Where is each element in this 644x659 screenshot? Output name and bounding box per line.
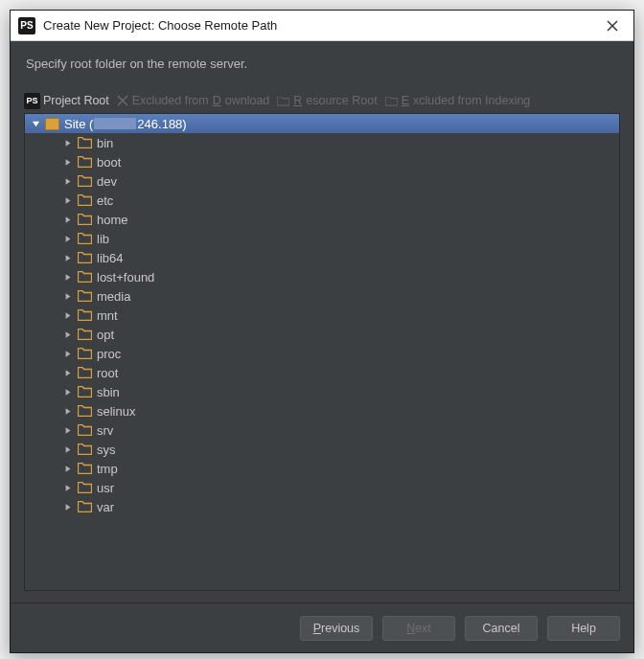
folder-icon (78, 481, 92, 494)
folder-icon (78, 232, 92, 245)
folder-icon (78, 270, 92, 284)
tree-row[interactable]: dev (25, 171, 619, 191)
tree-row[interactable]: sys (25, 440, 619, 459)
tree-row[interactable]: opt (25, 325, 619, 344)
tree-row[interactable]: selinux (25, 401, 619, 420)
close-button[interactable] (599, 11, 626, 40)
tree-row-label: lost+found (97, 270, 619, 284)
tree-row[interactable]: bin (25, 133, 619, 152)
expand-arrow-right-icon[interactable] (61, 347, 75, 360)
excluded-indexing-u: E (402, 94, 409, 107)
expand-arrow-right-icon[interactable] (61, 443, 75, 456)
expand-arrow-right-icon[interactable] (61, 251, 75, 264)
excluded-indexing-option[interactable]: Excluded from Indexing (385, 94, 531, 107)
excluded-download-post: ownload (225, 94, 270, 107)
tree-row-label: opt (97, 328, 619, 342)
expand-arrow-right-icon[interactable] (61, 308, 75, 322)
folder-icon (78, 174, 92, 188)
folder-icon (78, 155, 92, 169)
expand-arrow-right-icon[interactable] (61, 366, 75, 379)
project-root-icon: PS (24, 93, 40, 109)
expand-arrow-right-icon[interactable] (61, 462, 75, 475)
expand-arrow-right-icon[interactable] (61, 423, 75, 437)
tree-row[interactable]: var (25, 497, 619, 516)
project-root-label: Project Root (43, 94, 109, 107)
dialog-window: PS Create New Project: Choose Remote Pat… (10, 10, 634, 653)
tree-row[interactable]: root (25, 363, 619, 382)
tree-root-row[interactable]: Site (246.188) (25, 114, 619, 133)
excluded-download-pre: Excluded from (132, 94, 209, 107)
expand-arrow-right-icon[interactable] (61, 404, 75, 418)
tree-row-label: srv (97, 423, 619, 438)
tree-row[interactable]: boot (25, 152, 619, 171)
tree-row[interactable]: lib (25, 229, 619, 248)
cancel-button[interactable]: Cancel (465, 616, 538, 641)
tree-row[interactable]: srv (25, 420, 619, 440)
tree-row-label: sbin (97, 385, 619, 399)
tree-row[interactable]: proc (25, 344, 619, 363)
tree-root-label-pre: Site ( (64, 117, 93, 131)
dialog-footer: Previous Next Cancel Help (11, 602, 633, 652)
content-area: Specify root folder on the remote server… (11, 41, 633, 602)
tree-row-label: boot (97, 155, 619, 170)
redacted-ip-mask (94, 118, 136, 129)
expand-arrow-right-icon[interactable] (61, 270, 75, 284)
folder-icon (385, 96, 398, 105)
tree-row[interactable]: usr (25, 478, 619, 497)
expand-arrow-right-icon[interactable] (61, 289, 75, 303)
tree-row[interactable]: lib64 (25, 248, 619, 267)
folder-icon (78, 328, 92, 341)
expand-arrow-right-icon[interactable] (61, 500, 75, 513)
tree-row-label: root (97, 366, 619, 380)
tree-row-label: etc (97, 193, 619, 208)
folder-icon (277, 96, 289, 105)
folder-icon (78, 251, 92, 264)
tree-row-label: home (97, 213, 619, 227)
expand-arrow-right-icon[interactable] (61, 136, 75, 149)
remote-tree[interactable]: Site (246.188) binbootdevetchomeliblib64… (24, 113, 620, 591)
next-u: N (406, 622, 415, 635)
sftp-icon (45, 117, 59, 130)
previous-post: revious (321, 622, 359, 635)
folder-icon (78, 213, 92, 226)
folder-icon (78, 404, 92, 418)
tree-row[interactable]: home (25, 210, 619, 229)
resource-root-option[interactable]: Resource Root (277, 94, 377, 107)
help-button[interactable]: Help (547, 616, 620, 641)
tree-children: binbootdevetchomeliblib64lost+foundmedia… (25, 133, 619, 516)
app-icon: PS (18, 17, 35, 34)
tree-row-label: mnt (97, 308, 619, 323)
tree-row[interactable]: mnt (25, 306, 619, 325)
tree-row-label: usr (97, 481, 619, 495)
expand-arrow-right-icon[interactable] (61, 193, 75, 207)
tree-row-label: var (97, 500, 619, 514)
tree-row-label: media (97, 289, 619, 304)
path-type-toolbar: PS Project Root Excluded from Download R… (24, 90, 620, 113)
expand-arrow-right-icon[interactable] (61, 174, 75, 188)
expand-arrow-right-icon[interactable] (61, 481, 75, 494)
resource-root-post: esource Root (306, 94, 377, 107)
folder-icon (78, 366, 92, 379)
tree-row[interactable]: media (25, 286, 619, 306)
project-root-option[interactable]: Project Root (43, 94, 109, 107)
expand-arrow-down-icon[interactable] (29, 117, 42, 130)
tree-row[interactable]: etc (25, 191, 619, 210)
folder-icon (78, 193, 92, 207)
folder-icon (78, 308, 92, 322)
expand-arrow-right-icon[interactable] (61, 328, 75, 341)
previous-button[interactable]: Previous (300, 616, 373, 641)
tree-row[interactable]: lost+found (25, 267, 619, 286)
tree-row[interactable]: tmp (25, 459, 619, 478)
excluded-download-u: D (213, 94, 221, 107)
expand-arrow-right-icon[interactable] (61, 213, 75, 226)
tree-row-label: selinux (97, 404, 619, 419)
expand-arrow-right-icon[interactable] (61, 385, 75, 398)
previous-u: P (313, 622, 321, 635)
expand-arrow-right-icon[interactable] (61, 155, 75, 169)
expand-arrow-right-icon[interactable] (61, 232, 75, 245)
next-button[interactable]: Next (382, 616, 455, 641)
folder-icon (78, 136, 92, 149)
tree-row[interactable]: sbin (25, 382, 619, 401)
tree-row-label: tmp (97, 462, 619, 476)
excluded-download-option[interactable]: Excluded from Download (117, 94, 270, 107)
